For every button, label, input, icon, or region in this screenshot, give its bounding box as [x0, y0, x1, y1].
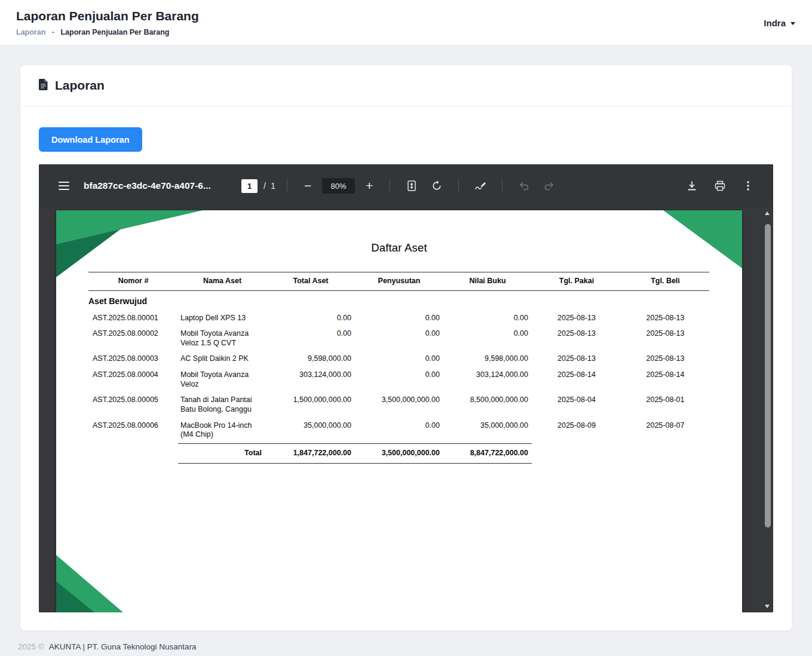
more-options-icon — [742, 180, 754, 192]
page-header: Laporan Penjualan Per Barang Laporan - L… — [0, 0, 812, 45]
cell-nama: AC Split Daikin 2 PK — [178, 351, 266, 367]
card-header: Laporan — [20, 65, 792, 106]
col-header-penyusutan: Penyusutan — [355, 272, 443, 291]
cell-nomor: AST.2025.08.00006 — [88, 418, 178, 444]
scrollbar-up-icon[interactable] — [765, 211, 770, 215]
more-options-button[interactable] — [738, 176, 758, 196]
total-penyusutan: 3,500,000,000.00 — [355, 443, 443, 464]
toolbar-divider — [502, 179, 502, 193]
empty-cell — [88, 443, 178, 464]
print-button[interactable] — [710, 176, 730, 196]
download-laporan-button[interactable]: Download Laporan — [39, 127, 142, 152]
redo-icon — [543, 180, 555, 192]
cell-total-aset: 9,598,000.00 — [266, 351, 355, 367]
download-icon — [686, 180, 698, 192]
pdf-toolbar: bfa287cc-e3dc-4e70-a407-6... 1 / 1 − 80%… — [39, 164, 773, 207]
breadcrumb: Laporan - Laporan Penjualan Per Barang — [16, 28, 199, 36]
cell-nilai-buku: 8,500,000,000.00 — [443, 393, 532, 418]
user-menu[interactable]: Indra — [764, 18, 795, 28]
cell-total-aset: 0.00 — [266, 311, 355, 327]
pdf-filename: bfa287cc-e3dc-4e70-a407-6... — [84, 180, 238, 191]
cell-tgl-beli: 2025-08-13 — [621, 326, 709, 351]
page-number-input[interactable]: 1 — [241, 179, 258, 193]
total-label: Total — [178, 443, 266, 464]
page-separator: / — [263, 181, 266, 191]
print-icon — [714, 180, 726, 192]
col-header-tgl-beli: Tgl. Beli — [621, 272, 709, 291]
section-title: Aset Berwujud — [88, 291, 709, 311]
breadcrumb-separator: - — [52, 28, 54, 36]
cell-tgl-pakai: 2025-08-14 — [532, 367, 621, 393]
cell-total-aset: 303,124,000.00 — [266, 367, 355, 393]
table-total-row: Total 1,847,722,000.00 3,500,000,000.00 … — [88, 443, 709, 464]
cell-nilai-buku: 0.00 — [443, 311, 532, 327]
cell-tgl-pakai: 2025-08-04 — [532, 393, 621, 418]
pdf-page: Daftar Aset Nomor # Nama Aset Total Aset — [56, 210, 742, 612]
pdf-viewer: bfa287cc-e3dc-4e70-a407-6... 1 / 1 − 80%… — [39, 164, 773, 612]
cell-total-aset: 0.00 — [266, 326, 355, 351]
toolbar-divider — [287, 179, 287, 193]
cell-penyusutan: 0.00 — [355, 351, 443, 367]
footer-year: 2025 © — [18, 642, 44, 651]
pdf-scrollbar — [764, 211, 771, 608]
pdf-content: Daftar Aset Nomor # Nama Aset Total Aset — [39, 207, 773, 612]
cell-nama: MacBook Pro 14-inch (M4 Chip) — [178, 418, 266, 444]
total-pages: 1 — [271, 181, 275, 191]
page-footer: 2025 © AKUNTA | PT. Guna Teknologi Nusan… — [0, 631, 812, 656]
col-header-nama-aset: Nama Aset — [178, 272, 266, 291]
download-icon-button[interactable] — [682, 176, 702, 196]
zoom-level[interactable]: 80% — [322, 178, 355, 194]
page-controls: 1 / 1 — [241, 179, 275, 193]
toolbar-divider — [390, 179, 390, 193]
table-row: AST.2025.08.00003 AC Split Daikin 2 PK 9… — [88, 351, 709, 367]
cell-nama: Laptop Dell XPS 13 — [178, 311, 266, 327]
table-row: AST.2025.08.00001 Laptop Dell XPS 13 0.0… — [88, 311, 709, 327]
user-menu-label: Indra — [764, 18, 786, 28]
document-icon — [38, 78, 48, 93]
cell-nomor: AST.2025.08.00001 — [88, 311, 178, 327]
cell-penyusutan: 0.00 — [355, 311, 443, 327]
col-header-nilai-buku: Nilai Buku — [443, 272, 532, 291]
undo-button[interactable] — [514, 176, 534, 196]
redo-button[interactable] — [539, 176, 559, 196]
zoom-out-button[interactable]: − — [299, 176, 317, 196]
cell-tgl-beli: 2025-08-01 — [621, 393, 709, 418]
cell-nilai-buku: 35,000,000.00 — [443, 418, 532, 444]
cell-nama: Tanah di Jalan Pantai Batu Bolong, Cangg… — [178, 393, 266, 418]
scrollbar-thumb[interactable] — [765, 224, 771, 528]
col-header-total-aset: Total Aset — [266, 272, 355, 291]
cell-tgl-pakai: 2025-08-13 — [532, 351, 621, 367]
footer-company: AKUNTA | PT. Guna Teknologi Nusantara — [49, 642, 197, 651]
zoom-in-button[interactable]: + — [360, 176, 378, 196]
breadcrumb-current: Laporan Penjualan Per Barang — [60, 28, 169, 36]
annotate-button[interactable] — [470, 176, 491, 196]
cell-nomor: AST.2025.08.00002 — [88, 326, 178, 351]
undo-icon — [518, 180, 530, 192]
toolbar-right-group — [682, 176, 758, 196]
rotate-button[interactable] — [427, 176, 447, 196]
page-title: Laporan Penjualan Per Barang — [16, 9, 199, 23]
table-row: AST.2025.08.00005 Tanah di Jalan Pantai … — [88, 393, 709, 418]
annotate-icon — [474, 180, 487, 192]
cell-penyusutan: 3,500,000,000.00 — [355, 393, 443, 418]
cell-nomor: AST.2025.08.00003 — [88, 351, 178, 367]
cell-tgl-pakai: 2025-08-13 — [532, 326, 621, 351]
cell-penyusutan: 0.00 — [355, 367, 443, 393]
laporan-card: Laporan Download Laporan bfa287cc-e3dc-4… — [20, 65, 792, 631]
menu-icon[interactable] — [54, 176, 74, 196]
empty-cell — [621, 443, 709, 464]
fit-page-icon — [406, 180, 417, 192]
cell-tgl-beli: 2025-08-07 — [621, 418, 709, 444]
table-header-row: Nomor # Nama Aset Total Aset Penyusutan … — [88, 272, 709, 291]
rotate-icon — [431, 180, 443, 192]
cell-tgl-beli: 2025-08-14 — [621, 367, 709, 393]
cell-nomor: AST.2025.08.00004 — [88, 367, 178, 393]
breadcrumb-parent-link[interactable]: Laporan — [16, 28, 45, 36]
scrollbar-down-icon[interactable] — [765, 605, 770, 608]
fit-page-button[interactable] — [402, 176, 422, 196]
card-body: Download Laporan bfa287cc-e3dc-4e70-a407… — [20, 106, 792, 630]
cell-nilai-buku: 9,598,000.00 — [443, 351, 532, 367]
table-row: AST.2025.08.00006 MacBook Pro 14-inch (M… — [88, 418, 709, 444]
col-header-tgl-pakai: Tgl. Pakai — [532, 272, 621, 291]
cell-tgl-beli: 2025-08-13 — [621, 311, 709, 327]
